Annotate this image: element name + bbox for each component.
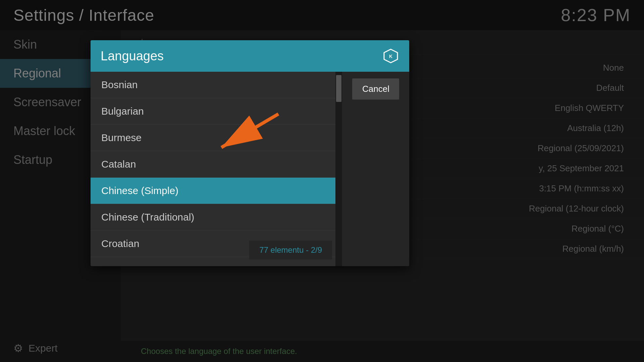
- page-counter: 77 elementu - 2/9: [249, 241, 332, 259]
- scroll-thumb[interactable]: [336, 75, 341, 102]
- lang-item-chinese-traditional[interactable]: Chinese (Traditional): [91, 204, 335, 231]
- dialog-title: Languages: [101, 49, 164, 63]
- scrollbar[interactable]: [335, 72, 342, 266]
- lang-item-bulgarian[interactable]: Bulgarian: [91, 98, 335, 125]
- svg-text:K: K: [389, 54, 392, 59]
- kodi-logo[interactable]: K: [382, 48, 399, 64]
- lang-item-burmese[interactable]: Burmese: [91, 125, 335, 151]
- lang-item-catalan[interactable]: Catalan: [91, 151, 335, 178]
- dialog-body: Bosnian Bulgarian Burmese Catalan Chines…: [91, 72, 409, 266]
- dialog-header: Languages K: [91, 40, 409, 72]
- lang-item-bosnian[interactable]: Bosnian: [91, 72, 335, 98]
- languages-dialog: Languages K Bosnian Bulgarian Burmese Ca…: [91, 40, 409, 266]
- dialog-actions: Cancel: [342, 72, 409, 266]
- language-list[interactable]: Bosnian Bulgarian Burmese Catalan Chines…: [91, 72, 335, 266]
- lang-item-chinese-simple[interactable]: Chinese (Simple): [91, 178, 335, 204]
- dialog-overlay: Languages K Bosnian Bulgarian Burmese Ca…: [0, 0, 644, 362]
- cancel-button[interactable]: Cancel: [352, 78, 399, 100]
